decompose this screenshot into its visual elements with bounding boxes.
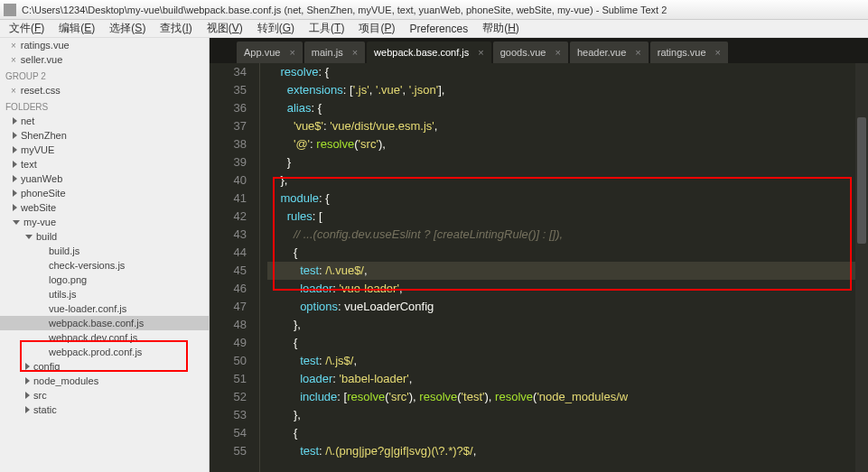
folders-label: FOLDERS bbox=[0, 99, 209, 114]
line-number: 43 bbox=[210, 226, 247, 244]
code-line[interactable]: options: vueLoaderConfig bbox=[267, 298, 868, 316]
file-item[interactable]: webpack.prod.conf.js bbox=[0, 345, 209, 359]
chevron-right-icon bbox=[13, 146, 17, 153]
tab[interactable]: ratings.vue× bbox=[650, 42, 728, 63]
tab-label: webpack.base.conf.js bbox=[374, 47, 469, 58]
tab-label: header.vue bbox=[577, 47, 626, 58]
folder-item-expanded[interactable]: build bbox=[0, 229, 209, 244]
code-line[interactable]: test: /\.vue$/, bbox=[267, 262, 868, 280]
code-line[interactable]: '@': resolve('src'), bbox=[267, 135, 868, 153]
tab[interactable]: App.vue× bbox=[237, 42, 303, 63]
tab[interactable]: header.vue× bbox=[570, 42, 649, 63]
menu-item[interactable]: 视图(V) bbox=[200, 19, 250, 38]
line-number: 38 bbox=[210, 135, 247, 153]
code-area[interactable]: 3435363738394041424344454647484950515253… bbox=[210, 63, 868, 472]
open-file-item[interactable]: ×ratings.vue bbox=[0, 38, 209, 52]
line-number: 53 bbox=[210, 406, 247, 424]
tab-label: ratings.vue bbox=[658, 47, 706, 58]
code-line[interactable]: 'vue$': 'vue/dist/vue.esm.js', bbox=[267, 117, 868, 135]
menu-item[interactable]: 项目(P) bbox=[351, 19, 402, 38]
menu-item[interactable]: 工具(T) bbox=[302, 19, 351, 38]
open-file-item[interactable]: ×seller.vue bbox=[0, 52, 209, 67]
tab-label: App.vue bbox=[244, 47, 280, 58]
code-line[interactable]: test: /\.(png|jpe?g|gif|svg)(\?.*)?$/, bbox=[267, 442, 868, 460]
folder-item[interactable]: ShenZhen bbox=[0, 128, 209, 143]
code-line[interactable]: // ...(config.dev.useEslint ? [createLin… bbox=[267, 226, 868, 244]
code-line[interactable]: { bbox=[267, 334, 868, 352]
chevron-right-icon bbox=[13, 117, 17, 125]
close-icon[interactable]: × bbox=[478, 47, 483, 58]
code-line[interactable]: alias: { bbox=[267, 99, 868, 117]
code-line[interactable]: include: [resolve('src'), resolve('test'… bbox=[267, 388, 868, 406]
code-line[interactable]: } bbox=[267, 153, 868, 171]
folder-item[interactable]: myVUE bbox=[0, 143, 209, 157]
folder-item[interactable]: static bbox=[0, 403, 209, 417]
chevron-right-icon bbox=[13, 175, 17, 182]
line-number: 39 bbox=[210, 153, 247, 171]
line-number: 37 bbox=[210, 117, 247, 135]
code-line[interactable]: loader: 'babel-loader', bbox=[267, 370, 868, 388]
close-icon[interactable]: × bbox=[11, 86, 16, 96]
menu-item[interactable]: 选择(S) bbox=[102, 19, 153, 38]
editor-area: App.vue×main.js×webpack.base.conf.js×goo… bbox=[210, 38, 868, 472]
close-icon[interactable]: × bbox=[635, 47, 640, 58]
line-number: 48 bbox=[210, 316, 247, 334]
file-item[interactable]: logo.png bbox=[0, 273, 209, 287]
line-number: 36 bbox=[210, 99, 247, 117]
menu-item[interactable]: 帮助(H) bbox=[475, 19, 527, 38]
menu-item[interactable]: 文件(F) bbox=[2, 19, 51, 38]
menu-item[interactable]: 转到(G) bbox=[250, 19, 302, 38]
folder-item[interactable]: node_modules bbox=[0, 374, 209, 388]
code-line[interactable]: test: /\.js$/, bbox=[267, 352, 868, 370]
file-item[interactable]: webpack.base.conf.js bbox=[0, 316, 209, 330]
file-item[interactable]: build.js bbox=[0, 244, 209, 258]
folder-item[interactable]: src bbox=[0, 388, 209, 403]
code-line[interactable]: module: { bbox=[267, 190, 868, 208]
folder-item-expanded[interactable]: my-vue bbox=[0, 215, 209, 229]
tab[interactable]: main.js× bbox=[304, 42, 365, 63]
folder-item[interactable]: text bbox=[0, 157, 209, 171]
code-line[interactable]: loader: 'vue-loader', bbox=[267, 280, 868, 298]
code-line[interactable]: }, bbox=[267, 406, 868, 424]
close-icon[interactable]: × bbox=[289, 47, 294, 58]
tab[interactable]: goods.vue× bbox=[493, 42, 568, 63]
open-file-item[interactable]: ×reset.css bbox=[0, 83, 209, 97]
group-label: GROUP 2 bbox=[0, 69, 209, 83]
folder-item[interactable]: webSite bbox=[0, 200, 209, 215]
chevron-right-icon bbox=[25, 363, 30, 370]
menu-item[interactable]: 查找(I) bbox=[153, 19, 199, 38]
code-line[interactable]: }, bbox=[267, 316, 868, 334]
code-line[interactable]: rules: [ bbox=[267, 208, 868, 226]
scrollbar-thumb[interactable] bbox=[857, 117, 866, 244]
close-icon[interactable]: × bbox=[555, 47, 560, 58]
folder-item[interactable]: config bbox=[0, 359, 209, 374]
tab[interactable]: webpack.base.conf.js× bbox=[367, 42, 491, 63]
chevron-down-icon bbox=[13, 220, 20, 225]
file-item[interactable]: webpack.dev.conf.js bbox=[0, 330, 209, 345]
menu-item[interactable]: Preferences bbox=[402, 21, 475, 37]
close-icon[interactable]: × bbox=[11, 55, 16, 65]
file-item[interactable]: vue-loader.conf.js bbox=[0, 301, 209, 316]
code-content[interactable]: resolve: { extensions: ['.js', '.vue', '… bbox=[260, 63, 868, 472]
line-number: 52 bbox=[210, 388, 247, 406]
file-item[interactable]: check-versions.js bbox=[0, 258, 209, 273]
vertical-scrollbar[interactable] bbox=[855, 63, 868, 472]
code-line[interactable]: { bbox=[267, 424, 868, 442]
menu-bar: 文件(F)编辑(E)选择(S)查找(I)视图(V)转到(G)工具(T)项目(P)… bbox=[0, 20, 868, 38]
file-item[interactable]: utils.js bbox=[0, 287, 209, 301]
line-number: 34 bbox=[210, 63, 247, 81]
code-line[interactable]: extensions: ['.js', '.vue', '.json'], bbox=[267, 81, 868, 99]
window-title: C:\Users\1234\Desktop\my-vue\build\webpa… bbox=[22, 5, 667, 15]
code-line[interactable]: resolve: { bbox=[267, 63, 868, 81]
close-icon[interactable]: × bbox=[715, 47, 721, 58]
close-icon[interactable]: × bbox=[352, 47, 358, 58]
menu-item[interactable]: 编辑(E) bbox=[51, 19, 102, 38]
close-icon[interactable]: × bbox=[11, 41, 16, 51]
folder-item[interactable]: phoneSite bbox=[0, 186, 209, 200]
folder-item[interactable]: yuanWeb bbox=[0, 171, 209, 186]
code-line[interactable]: { bbox=[267, 244, 868, 262]
folder-item[interactable]: net bbox=[0, 114, 209, 128]
code-line[interactable]: }, bbox=[267, 171, 868, 190]
line-number: 50 bbox=[210, 352, 247, 370]
chevron-right-icon bbox=[13, 161, 17, 168]
